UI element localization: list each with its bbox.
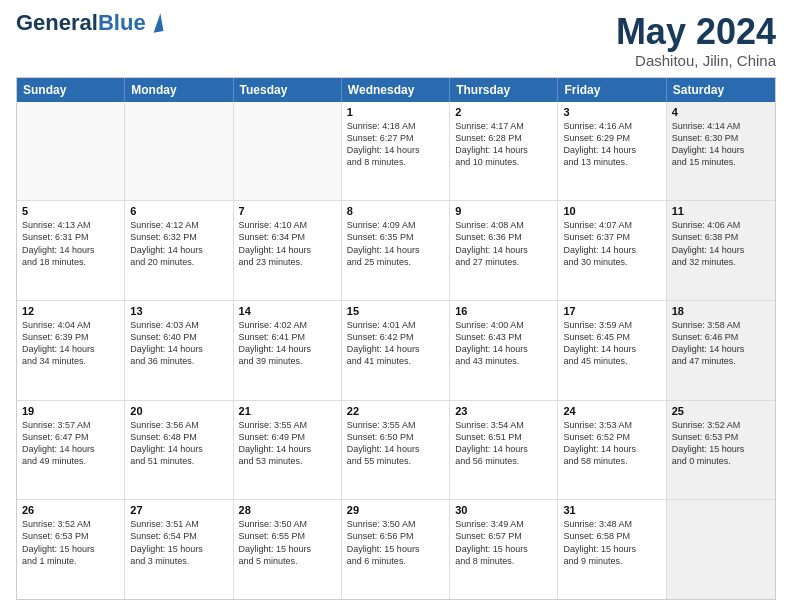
day-number: 24 (563, 405, 660, 417)
subtitle: Dashitou, Jilin, China (616, 52, 776, 69)
day-number: 3 (563, 106, 660, 118)
calendar-cell: 17Sunrise: 3:59 AM Sunset: 6:45 PM Dayli… (558, 301, 666, 400)
calendar-cell: 12Sunrise: 4:04 AM Sunset: 6:39 PM Dayli… (17, 301, 125, 400)
calendar-cell (667, 500, 775, 599)
day-info: Sunrise: 3:55 AM Sunset: 6:49 PM Dayligh… (239, 419, 336, 468)
day-info: Sunrise: 4:08 AM Sunset: 6:36 PM Dayligh… (455, 219, 552, 268)
day-number: 11 (672, 205, 770, 217)
calendar-cell: 13Sunrise: 4:03 AM Sunset: 6:40 PM Dayli… (125, 301, 233, 400)
day-number: 21 (239, 405, 336, 417)
calendar: SundayMondayTuesdayWednesdayThursdayFrid… (16, 77, 776, 600)
day-info: Sunrise: 4:16 AM Sunset: 6:29 PM Dayligh… (563, 120, 660, 169)
calendar-row: 5Sunrise: 4:13 AM Sunset: 6:31 PM Daylig… (17, 201, 775, 301)
day-info: Sunrise: 3:52 AM Sunset: 6:53 PM Dayligh… (22, 518, 119, 567)
day-number: 8 (347, 205, 444, 217)
day-info: Sunrise: 4:04 AM Sunset: 6:39 PM Dayligh… (22, 319, 119, 368)
day-info: Sunrise: 4:13 AM Sunset: 6:31 PM Dayligh… (22, 219, 119, 268)
calendar-cell: 10Sunrise: 4:07 AM Sunset: 6:37 PM Dayli… (558, 201, 666, 300)
day-number: 13 (130, 305, 227, 317)
day-info: Sunrise: 3:51 AM Sunset: 6:54 PM Dayligh… (130, 518, 227, 567)
day-number: 5 (22, 205, 119, 217)
day-info: Sunrise: 4:02 AM Sunset: 6:41 PM Dayligh… (239, 319, 336, 368)
calendar-cell: 26Sunrise: 3:52 AM Sunset: 6:53 PM Dayli… (17, 500, 125, 599)
calendar-header: SundayMondayTuesdayWednesdayThursdayFrid… (17, 78, 775, 102)
day-info: Sunrise: 3:50 AM Sunset: 6:56 PM Dayligh… (347, 518, 444, 567)
page: GeneralBlue May 2024 Dashitou, Jilin, Ch… (0, 0, 792, 612)
day-info: Sunrise: 3:50 AM Sunset: 6:55 PM Dayligh… (239, 518, 336, 567)
day-number: 14 (239, 305, 336, 317)
logo-icon (150, 13, 163, 32)
day-number: 26 (22, 504, 119, 516)
day-number: 30 (455, 504, 552, 516)
calendar-header-cell: Thursday (450, 78, 558, 102)
calendar-row: 1Sunrise: 4:18 AM Sunset: 6:27 PM Daylig… (17, 102, 775, 202)
day-info: Sunrise: 4:01 AM Sunset: 6:42 PM Dayligh… (347, 319, 444, 368)
day-info: Sunrise: 3:49 AM Sunset: 6:57 PM Dayligh… (455, 518, 552, 567)
calendar-cell: 25Sunrise: 3:52 AM Sunset: 6:53 PM Dayli… (667, 401, 775, 500)
logo: GeneralBlue (16, 12, 162, 34)
day-info: Sunrise: 4:03 AM Sunset: 6:40 PM Dayligh… (130, 319, 227, 368)
day-info: Sunrise: 4:10 AM Sunset: 6:34 PM Dayligh… (239, 219, 336, 268)
day-number: 15 (347, 305, 444, 317)
day-number: 31 (563, 504, 660, 516)
day-number: 16 (455, 305, 552, 317)
calendar-header-cell: Saturday (667, 78, 775, 102)
day-info: Sunrise: 3:59 AM Sunset: 6:45 PM Dayligh… (563, 319, 660, 368)
calendar-cell: 14Sunrise: 4:02 AM Sunset: 6:41 PM Dayli… (234, 301, 342, 400)
calendar-header-cell: Wednesday (342, 78, 450, 102)
day-number: 1 (347, 106, 444, 118)
calendar-cell (125, 102, 233, 201)
day-number: 20 (130, 405, 227, 417)
calendar-cell: 6Sunrise: 4:12 AM Sunset: 6:32 PM Daylig… (125, 201, 233, 300)
calendar-cell: 24Sunrise: 3:53 AM Sunset: 6:52 PM Dayli… (558, 401, 666, 500)
day-info: Sunrise: 4:07 AM Sunset: 6:37 PM Dayligh… (563, 219, 660, 268)
calendar-cell: 27Sunrise: 3:51 AM Sunset: 6:54 PM Dayli… (125, 500, 233, 599)
calendar-cell: 4Sunrise: 4:14 AM Sunset: 6:30 PM Daylig… (667, 102, 775, 201)
day-number: 7 (239, 205, 336, 217)
calendar-cell: 21Sunrise: 3:55 AM Sunset: 6:49 PM Dayli… (234, 401, 342, 500)
header: GeneralBlue May 2024 Dashitou, Jilin, Ch… (16, 12, 776, 69)
calendar-header-cell: Friday (558, 78, 666, 102)
calendar-header-cell: Tuesday (234, 78, 342, 102)
day-number: 9 (455, 205, 552, 217)
main-title: May 2024 (616, 12, 776, 52)
day-number: 6 (130, 205, 227, 217)
day-info: Sunrise: 4:09 AM Sunset: 6:35 PM Dayligh… (347, 219, 444, 268)
calendar-cell (234, 102, 342, 201)
calendar-cell: 16Sunrise: 4:00 AM Sunset: 6:43 PM Dayli… (450, 301, 558, 400)
calendar-cell: 22Sunrise: 3:55 AM Sunset: 6:50 PM Dayli… (342, 401, 450, 500)
logo-text: GeneralBlue (16, 12, 146, 34)
day-info: Sunrise: 4:06 AM Sunset: 6:38 PM Dayligh… (672, 219, 770, 268)
calendar-row: 26Sunrise: 3:52 AM Sunset: 6:53 PM Dayli… (17, 500, 775, 599)
day-number: 19 (22, 405, 119, 417)
calendar-row: 19Sunrise: 3:57 AM Sunset: 6:47 PM Dayli… (17, 401, 775, 501)
calendar-cell: 8Sunrise: 4:09 AM Sunset: 6:35 PM Daylig… (342, 201, 450, 300)
day-number: 25 (672, 405, 770, 417)
calendar-cell: 19Sunrise: 3:57 AM Sunset: 6:47 PM Dayli… (17, 401, 125, 500)
day-info: Sunrise: 3:48 AM Sunset: 6:58 PM Dayligh… (563, 518, 660, 567)
calendar-cell: 18Sunrise: 3:58 AM Sunset: 6:46 PM Dayli… (667, 301, 775, 400)
day-info: Sunrise: 4:17 AM Sunset: 6:28 PM Dayligh… (455, 120, 552, 169)
day-info: Sunrise: 3:52 AM Sunset: 6:53 PM Dayligh… (672, 419, 770, 468)
calendar-cell: 28Sunrise: 3:50 AM Sunset: 6:55 PM Dayli… (234, 500, 342, 599)
day-info: Sunrise: 4:00 AM Sunset: 6:43 PM Dayligh… (455, 319, 552, 368)
day-number: 4 (672, 106, 770, 118)
calendar-cell: 11Sunrise: 4:06 AM Sunset: 6:38 PM Dayli… (667, 201, 775, 300)
day-number: 10 (563, 205, 660, 217)
calendar-cell: 15Sunrise: 4:01 AM Sunset: 6:42 PM Dayli… (342, 301, 450, 400)
calendar-cell: 30Sunrise: 3:49 AM Sunset: 6:57 PM Dayli… (450, 500, 558, 599)
calendar-row: 12Sunrise: 4:04 AM Sunset: 6:39 PM Dayli… (17, 301, 775, 401)
calendar-cell: 2Sunrise: 4:17 AM Sunset: 6:28 PM Daylig… (450, 102, 558, 201)
calendar-body: 1Sunrise: 4:18 AM Sunset: 6:27 PM Daylig… (17, 102, 775, 599)
calendar-cell: 7Sunrise: 4:10 AM Sunset: 6:34 PM Daylig… (234, 201, 342, 300)
title-block: May 2024 Dashitou, Jilin, China (616, 12, 776, 69)
day-number: 23 (455, 405, 552, 417)
day-number: 22 (347, 405, 444, 417)
day-info: Sunrise: 3:58 AM Sunset: 6:46 PM Dayligh… (672, 319, 770, 368)
day-info: Sunrise: 4:14 AM Sunset: 6:30 PM Dayligh… (672, 120, 770, 169)
day-number: 17 (563, 305, 660, 317)
day-number: 28 (239, 504, 336, 516)
calendar-header-cell: Sunday (17, 78, 125, 102)
calendar-cell: 1Sunrise: 4:18 AM Sunset: 6:27 PM Daylig… (342, 102, 450, 201)
calendar-cell: 31Sunrise: 3:48 AM Sunset: 6:58 PM Dayli… (558, 500, 666, 599)
